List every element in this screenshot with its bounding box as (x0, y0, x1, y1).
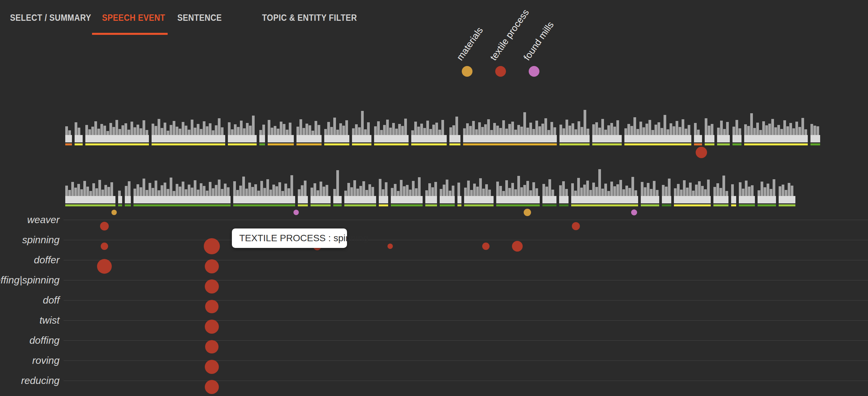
red-occurrence-dot[interactable] (205, 380, 219, 394)
speech-event-segment[interactable] (344, 169, 376, 206)
segment-band[interactable] (411, 135, 447, 142)
speech-event-segment[interactable] (85, 108, 149, 145)
speech-event-segment[interactable] (65, 169, 116, 206)
speech-event-segment[interactable] (463, 108, 557, 145)
speech-event-segment[interactable] (559, 169, 568, 206)
speech-event-segment[interactable] (259, 108, 265, 145)
segment-band[interactable] (379, 196, 388, 203)
legend-dot-found-mills[interactable] (529, 66, 539, 77)
tab-select-summary[interactable]: SELECT / SUMMARY (10, 13, 102, 23)
speech-event-segment[interactable] (464, 169, 494, 206)
legend-dot-materials[interactable] (462, 66, 472, 77)
segment-band[interactable] (374, 135, 409, 142)
speech-event-segment[interactable] (713, 169, 728, 206)
red-occurrence-dot[interactable] (100, 222, 109, 230)
speech-event-segment[interactable] (624, 108, 691, 145)
segment-band[interactable] (125, 196, 131, 203)
segment-band[interactable] (259, 135, 265, 142)
red-occurrence-dot[interactable] (101, 243, 108, 250)
speech-event-segment[interactable] (705, 108, 714, 145)
segment-band[interactable] (779, 196, 796, 203)
speech-event-segment[interactable] (352, 108, 371, 145)
speech-event-segment[interactable] (118, 169, 122, 206)
speech-event-segment[interactable] (411, 108, 447, 145)
segment-band[interactable] (450, 135, 460, 142)
segment-band[interactable] (464, 196, 494, 203)
segment-band[interactable] (810, 135, 820, 142)
speech-event-segment[interactable] (324, 108, 349, 145)
speech-event-segment[interactable] (333, 169, 342, 206)
red-occurrence-dot[interactable] (205, 279, 219, 293)
speech-event-segment[interactable] (674, 169, 711, 206)
red-occurrence-dot[interactable] (388, 244, 393, 249)
segment-band[interactable] (694, 135, 702, 142)
speech-event-segment[interactable] (739, 169, 755, 206)
gold-occurrence-dot[interactable] (524, 209, 531, 216)
speech-event-segment[interactable] (694, 108, 702, 145)
segment-band[interactable] (624, 135, 691, 142)
segment-band[interactable] (352, 135, 371, 142)
speech-event-segment[interactable] (458, 169, 461, 206)
speech-event-segment[interactable] (496, 169, 540, 206)
speech-event-segment[interactable] (298, 169, 308, 206)
speech-event-segment[interactable] (268, 108, 294, 145)
speech-event-segment[interactable] (125, 169, 131, 206)
red-occurrence-dot[interactable] (572, 222, 580, 230)
segment-band[interactable] (571, 196, 638, 203)
legend-dot-textile-process[interactable] (495, 66, 506, 77)
speech-event-segment[interactable] (379, 169, 388, 206)
speech-event-segment[interactable] (391, 169, 423, 206)
segment-band[interactable] (458, 196, 461, 203)
red-occurrence-dot[interactable] (696, 147, 707, 158)
segment-band[interactable] (705, 135, 714, 142)
speech-event-segment[interactable] (542, 169, 556, 206)
segment-band[interactable] (65, 196, 116, 203)
segment-band[interactable] (344, 196, 376, 203)
segment-band[interactable] (333, 196, 342, 203)
segment-band[interactable] (496, 196, 540, 203)
speech-event-segment[interactable] (425, 169, 437, 206)
speech-event-segment[interactable] (450, 108, 460, 145)
segment-band[interactable] (731, 196, 736, 203)
segment-band[interactable] (713, 196, 728, 203)
segment-band[interactable] (268, 135, 294, 142)
speech-event-segment[interactable] (297, 108, 321, 145)
speech-event-segment[interactable] (731, 169, 736, 206)
segment-band[interactable] (74, 135, 83, 142)
segment-band[interactable] (757, 196, 776, 203)
red-occurrence-dot[interactable] (512, 241, 523, 252)
speech-event-segment[interactable] (744, 108, 808, 145)
segment-band[interactable] (391, 196, 423, 203)
speech-event-segment[interactable] (810, 108, 820, 145)
speech-event-segment[interactable] (311, 169, 331, 206)
speech-event-segment[interactable] (233, 169, 295, 206)
segment-band[interactable] (733, 135, 742, 142)
segment-band[interactable] (311, 196, 331, 203)
red-occurrence-dot[interactable] (205, 259, 219, 273)
speech-event-segment[interactable] (641, 169, 659, 206)
tab-topic-entity-filter[interactable]: TOPIC & ENTITY FILTER (262, 13, 370, 23)
segment-band[interactable] (592, 135, 622, 142)
segment-band[interactable] (440, 196, 455, 203)
red-occurrence-dot[interactable] (482, 243, 490, 250)
speech-event-segment[interactable] (65, 108, 72, 145)
segment-band[interactable] (559, 196, 568, 203)
speech-event-segment[interactable] (374, 108, 409, 145)
segment-band[interactable] (298, 196, 308, 203)
segment-band[interactable] (641, 196, 659, 203)
speech-event-segment[interactable] (133, 169, 230, 206)
speech-event-segment[interactable] (152, 108, 225, 145)
segment-band[interactable] (559, 135, 590, 142)
segment-band[interactable] (233, 196, 295, 203)
tab-speech-event[interactable]: SPEECH EVENT (102, 13, 174, 23)
speech-event-segment[interactable] (559, 108, 590, 145)
segment-band[interactable] (542, 196, 556, 203)
segment-band[interactable] (85, 135, 149, 142)
segment-band[interactable] (133, 196, 230, 203)
purple-occurrence-dot[interactable] (293, 210, 299, 215)
speech-event-segment[interactable] (228, 108, 257, 145)
red-occurrence-dot[interactable] (97, 259, 112, 274)
purple-occurrence-dot[interactable] (631, 209, 637, 216)
segment-band[interactable] (324, 135, 349, 142)
segment-band[interactable] (744, 135, 808, 142)
